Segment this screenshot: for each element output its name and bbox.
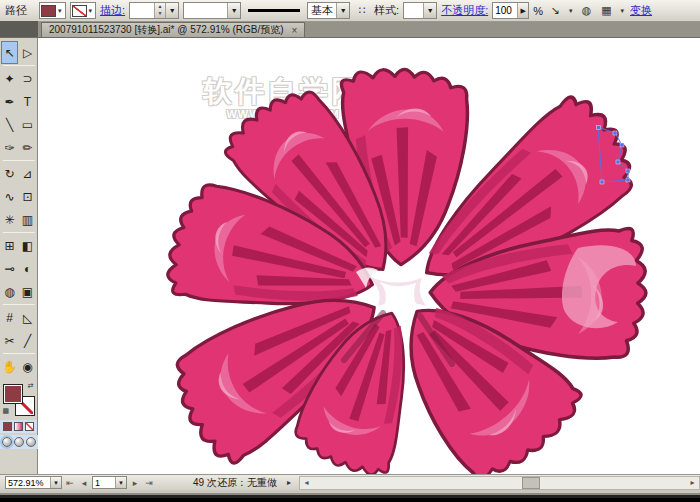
- anchor-point[interactable]: [600, 180, 604, 184]
- pen-tool[interactable]: ✒: [1, 90, 18, 113]
- tools-panel: ↖ ▷ ✦ ⊃ ✒ T ╲ ▭ ✑ ✏ ↻ ⊿: [0, 38, 38, 474]
- direct-selection-tool[interactable]: ▷: [19, 41, 36, 64]
- chevron-down-icon[interactable]: ▾: [567, 7, 575, 15]
- scroll-left-icon[interactable]: ◂: [300, 478, 313, 487]
- knife-tool[interactable]: ╱: [19, 329, 36, 352]
- chevron-down-icon[interactable]: ▼: [227, 3, 240, 18]
- align-options-icon[interactable]: ▦: [599, 2, 615, 20]
- document-tab[interactable]: 200791011523730 [转换].ai* @ 572.91% (RGB/…: [41, 22, 305, 37]
- fill-color-swatch[interactable]: [41, 5, 56, 17]
- stroke-weight-input[interactable]: [130, 3, 154, 18]
- anchor-point[interactable]: [597, 126, 601, 130]
- scale-tool[interactable]: ⊿: [19, 162, 36, 185]
- chevron-down-icon[interactable]: ▾: [87, 7, 95, 15]
- brush-options-icon[interactable]: ∷: [354, 2, 370, 20]
- type-tool[interactable]: T: [19, 90, 36, 113]
- crop-area-tool[interactable]: #: [1, 306, 18, 329]
- horizontal-scrollbar[interactable]: ◂ ▸: [299, 476, 700, 490]
- default-fill-stroke-icon[interactable]: ▩: [3, 407, 10, 415]
- zoom-level-input[interactable]: [6, 478, 50, 488]
- screen-mode-buttons: [0, 435, 39, 449]
- chevron-down-icon[interactable]: ▾: [619, 7, 627, 15]
- chevron-down-icon[interactable]: ▼: [336, 3, 349, 18]
- style-combo[interactable]: ▼: [403, 2, 437, 19]
- warp-tool[interactable]: ∿: [1, 185, 18, 208]
- paintbrush-tool[interactable]: ✑: [1, 136, 18, 159]
- chevron-down-icon[interactable]: ▼: [423, 3, 436, 18]
- chevron-down-icon[interactable]: ▾: [56, 7, 64, 15]
- zoom-tool[interactable]: ◉: [19, 355, 36, 378]
- hand-tool[interactable]: ✋: [1, 355, 18, 378]
- scroll-right-icon[interactable]: ▸: [686, 478, 699, 487]
- eraser-tool[interactable]: ◺: [19, 306, 36, 329]
- anchor-point[interactable]: [616, 160, 620, 164]
- first-page-icon[interactable]: ⇤: [64, 478, 76, 488]
- gradient-tool[interactable]: ◧: [19, 234, 36, 257]
- brush-definition-combo[interactable]: 基本 ▼: [307, 2, 350, 19]
- line-segment-tool[interactable]: ╲: [1, 113, 18, 136]
- anchor-point[interactable]: [620, 143, 624, 147]
- chevron-down-icon[interactable]: ▼: [165, 3, 178, 18]
- selection-tool[interactable]: ↖: [1, 41, 18, 64]
- rotate-tool[interactable]: ↻: [1, 162, 18, 185]
- live-paint-selection-tool[interactable]: ▣: [19, 280, 36, 303]
- opacity-panel-link[interactable]: 不透明度:: [441, 3, 488, 18]
- fill-color-combo[interactable]: ▾: [39, 2, 66, 19]
- stroke-color-combo[interactable]: ▾: [70, 2, 97, 19]
- document-title: 200791011523730 [转换].ai* @ 572.91% (RGB/…: [49, 23, 284, 37]
- full-screen-menu-mode-button[interactable]: [14, 437, 24, 447]
- eyedropper-tool[interactable]: ⊸: [1, 257, 18, 280]
- anchor-point[interactable]: [626, 169, 630, 173]
- chevron-down-icon[interactable]: ▼: [50, 477, 61, 488]
- divider: [3, 232, 35, 233]
- color-mode-buttons: [0, 420, 37, 433]
- next-page-icon[interactable]: ▸: [129, 478, 141, 488]
- stroke-none-swatch[interactable]: [72, 5, 87, 17]
- panel-collapse-button[interactable]: [0, 21, 38, 37]
- opacity-unit: %: [533, 5, 543, 17]
- symbol-sprayer-tool[interactable]: ✳: [1, 208, 18, 231]
- magic-wand-tool[interactable]: ✦: [1, 67, 18, 90]
- opacity-popup-arrow-icon[interactable]: ▶: [517, 3, 528, 18]
- pencil-tool[interactable]: ✏: [19, 136, 36, 159]
- anchor-point[interactable]: [613, 131, 617, 135]
- mesh-tool[interactable]: ⊞: [1, 234, 18, 257]
- gradient-button[interactable]: [14, 422, 23, 431]
- close-icon[interactable]: ×: [292, 25, 298, 36]
- stroke-weight-stepper[interactable]: ▲▼ ▼: [129, 2, 179, 19]
- chevron-down-icon[interactable]: ▼: [115, 477, 126, 488]
- rectangle-tool[interactable]: ▭: [19, 113, 36, 136]
- artboard-canvas[interactable]: 软件自学网 www.rjzxw.com: [38, 38, 700, 474]
- page-number-input[interactable]: [93, 478, 115, 488]
- swap-fill-stroke-icon[interactable]: ⇄: [28, 382, 34, 390]
- last-page-icon[interactable]: ⇥: [143, 478, 155, 488]
- scrollbar-thumb[interactable]: [522, 477, 540, 489]
- scissors-tool[interactable]: ✂: [1, 329, 18, 352]
- color-button[interactable]: [3, 422, 12, 431]
- select-similar-icon[interactable]: ↘: [547, 2, 563, 20]
- none-button[interactable]: [25, 422, 34, 431]
- scrollbar-track[interactable]: [313, 477, 686, 489]
- opacity-field[interactable]: ▶: [492, 2, 529, 19]
- lasso-tool[interactable]: ⊃: [19, 67, 36, 90]
- transform-panel-link[interactable]: 变换: [630, 3, 652, 18]
- full-screen-mode-button[interactable]: [26, 437, 36, 447]
- stepper-arrows-icon[interactable]: ▲▼: [154, 3, 165, 18]
- normal-screen-mode-button[interactable]: [2, 437, 12, 447]
- stroke-panel-link[interactable]: 描边:: [100, 3, 125, 18]
- recolor-artwork-icon[interactable]: ◍: [579, 2, 595, 20]
- opacity-input[interactable]: [493, 5, 517, 16]
- fill-color-box[interactable]: [3, 384, 23, 404]
- free-transform-tool[interactable]: ⊡: [19, 185, 36, 208]
- status-popout-icon[interactable]: ▸: [287, 478, 291, 487]
- variable-width-combo[interactable]: ▼: [183, 2, 241, 19]
- previous-page-icon[interactable]: ◂: [78, 478, 90, 488]
- divider: [3, 353, 35, 354]
- live-paint-bucket-tool[interactable]: ◍: [1, 280, 18, 303]
- anchor-point[interactable]: [626, 178, 630, 182]
- graph-tool[interactable]: ▥: [19, 208, 36, 231]
- page-number-combo[interactable]: ▼: [92, 476, 127, 489]
- blend-tool[interactable]: ◐: [19, 257, 36, 280]
- stroke-line-preview: [248, 9, 300, 12]
- zoom-level-combo[interactable]: ▼: [5, 476, 62, 489]
